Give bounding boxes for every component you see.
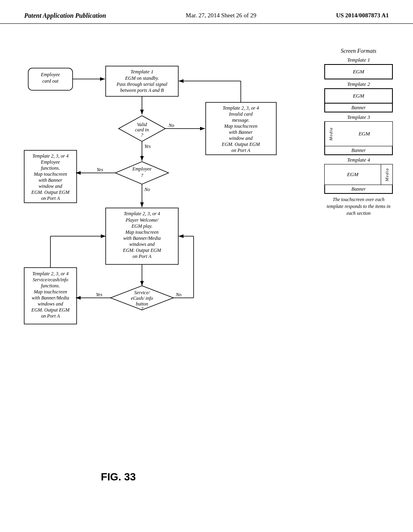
svg-text:Yes: Yes — [97, 167, 103, 172]
svg-text:Pass through serial signal: Pass through serial signal — [116, 81, 168, 87]
sf-template4-row: EGM Media — [325, 164, 392, 185]
sf-template3-egm: EGM — [336, 122, 392, 146]
svg-text:Template 2, 3, or 4: Template 2, 3, or 4 — [223, 105, 259, 111]
svg-text:?: ? — [141, 132, 143, 138]
sf-template3-row: Media EGM — [325, 122, 392, 146]
svg-text:?: ? — [141, 306, 143, 312]
svg-text:EGM. Output EGM: EGM. Output EGM — [31, 307, 70, 313]
sf-template4-media: Media — [381, 164, 392, 185]
screen-formats-title: Screen Formats — [324, 48, 393, 54]
sf-template2-label: Template 2 — [324, 81, 393, 87]
sf-template1-label: Template 1 — [324, 57, 393, 63]
sf-template4-egm: EGM — [325, 164, 381, 185]
sf-template4-banner: Banner — [325, 185, 392, 193]
svg-text:with Banner: with Banner — [39, 177, 63, 183]
svg-text:Map touchscreen: Map touchscreen — [33, 289, 67, 295]
svg-text:windows and: windows and — [129, 241, 155, 247]
svg-text:with Banner/Media: with Banner/Media — [32, 295, 69, 301]
svg-text:Employee: Employee — [40, 159, 60, 165]
svg-text:Template 2, 3, or 4: Template 2, 3, or 4 — [124, 211, 160, 216]
svg-text:Map touchscreen: Map touchscreen — [224, 123, 258, 129]
svg-text:windows and: windows and — [38, 301, 63, 307]
page-header: Patent Application Publication Mar. 27, … — [0, 0, 413, 24]
svg-text:functions.: functions. — [41, 283, 60, 289]
flowchart-svg: Employee card out Template 1 EGM on stan… — [16, 44, 319, 507]
sf-template2-banner: Banner — [325, 103, 392, 112]
svg-text:Yes: Yes — [144, 143, 151, 149]
header-publication-type: Patent Application Publication — [24, 12, 106, 19]
sf-template4-label: Template 4 — [324, 157, 393, 163]
svg-text:Map touchscreen: Map touchscreen — [125, 229, 159, 235]
svg-text:?: ? — [141, 172, 143, 178]
svg-text:Invalid card: Invalid card — [229, 111, 253, 117]
svg-text:card out: card out — [42, 78, 59, 84]
svg-text:message.: message. — [232, 117, 250, 123]
sf-template4-box: EGM Media Banner — [324, 164, 393, 194]
svg-text:on Port A: on Port A — [41, 195, 60, 201]
svg-text:EGM play.: EGM play. — [131, 223, 152, 229]
svg-text:functions.: functions. — [41, 165, 60, 171]
svg-text:window and: window and — [229, 135, 253, 141]
sf-template3-box: Media EGM Banner — [324, 121, 393, 155]
sf-template3-banner: Banner — [325, 146, 392, 155]
svg-text:EGM. Output EGM: EGM. Output EGM — [221, 141, 260, 147]
svg-text:Service/: Service/ — [134, 290, 150, 295]
svg-text:EGM. Output EGM: EGM. Output EGM — [123, 247, 161, 253]
svg-text:Player Welcome/: Player Welcome/ — [125, 217, 159, 223]
svg-text:Template 1: Template 1 — [131, 69, 154, 75]
sf-template3-media: Media — [325, 122, 336, 146]
svg-text:Employee: Employee — [132, 166, 152, 172]
svg-text:Template 2, 3, or 4: Template 2, 3, or 4 — [32, 153, 69, 159]
sf-caption: The touchscreen over each template respo… — [324, 196, 393, 216]
svg-text:EGM. Output EGM: EGM. Output EGM — [31, 189, 70, 195]
header-patent-number: US 2014/0087873 A1 — [336, 12, 389, 19]
sf-template2-box: EGM Banner — [324, 88, 393, 112]
svg-text:window and: window and — [39, 183, 63, 189]
sf-template3-label: Template 3 — [324, 114, 393, 121]
svg-text:between ports A and B: between ports A and B — [120, 87, 164, 93]
svg-text:Yes: Yes — [96, 292, 102, 297]
svg-text:No: No — [144, 187, 150, 192]
svg-text:Template 2, 3, or 4: Template 2, 3, or 4 — [32, 271, 69, 276]
svg-text:Employee: Employee — [40, 72, 60, 77]
svg-text:with Banner: with Banner — [229, 129, 253, 135]
svg-text:EGM on standby.: EGM on standby. — [125, 75, 159, 81]
sf-template2-egm: EGM — [325, 89, 392, 103]
svg-text:Service/ecash/info: Service/ecash/info — [33, 277, 68, 283]
svg-text:No: No — [175, 292, 181, 297]
svg-text:Valid: Valid — [137, 122, 148, 127]
screen-formats-panel: Screen Formats Template 1 EGM Template 2… — [324, 48, 393, 216]
sf-template1-egm: EGM — [325, 64, 392, 79]
sf-template1-box: EGM — [324, 64, 393, 79]
svg-text:Map touchscreen: Map touchscreen — [33, 171, 67, 177]
svg-text:on Port A: on Port A — [133, 254, 152, 259]
svg-text:on Port A: on Port A — [41, 313, 60, 319]
svg-text:with Banner/Media: with Banner/Media — [123, 235, 161, 241]
svg-text:card in: card in — [135, 127, 149, 133]
svg-text:No: No — [168, 123, 174, 128]
figure-label: FIG. 33 — [101, 471, 136, 483]
main-content: Employee card out Template 1 EGM on stan… — [0, 24, 413, 524]
header-date-sheet: Mar. 27, 2014 Sheet 26 of 29 — [186, 12, 257, 19]
svg-text:on Port A: on Port A — [232, 148, 250, 153]
svg-text:eCash/ info: eCash/ info — [131, 295, 153, 301]
